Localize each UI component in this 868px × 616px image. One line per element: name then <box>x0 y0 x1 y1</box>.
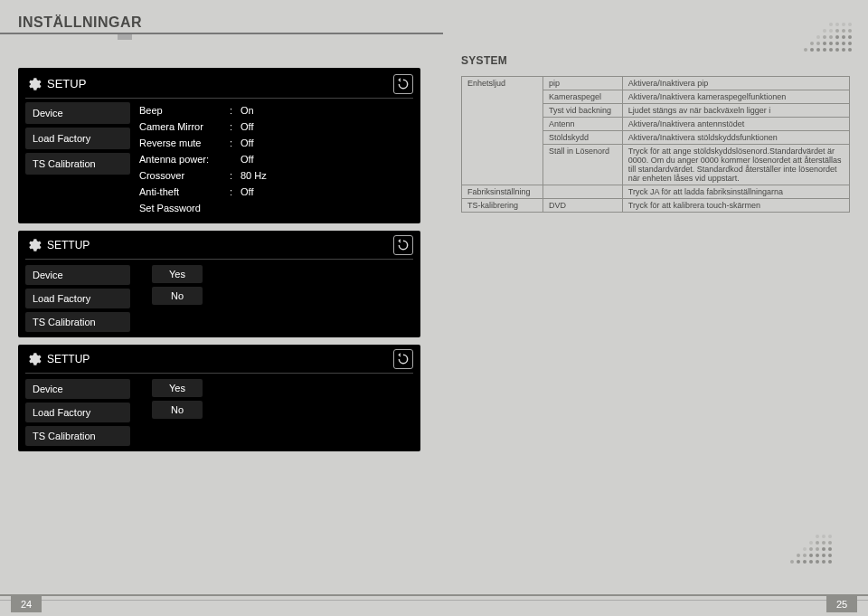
compact2-title: SETTUP <box>47 353 90 365</box>
cell <box>542 185 622 199</box>
cell-enhetsljud: Enhetsljud <box>462 77 543 185</box>
right-column: SYSTEM Enhetsljud pip Aktivera/Inaktiver… <box>461 54 850 213</box>
setting-camera-mirror[interactable]: Camera Mirror:Off <box>139 118 413 135</box>
cell: DVD <box>542 199 622 213</box>
setup-panel: SETUP Device Load Factory TS Calibration… <box>18 68 420 223</box>
compact-panel-2: SETTUP Device Load Factory TS Calibratio… <box>18 345 420 451</box>
left-column: SETUP Device Load Factory TS Calibration… <box>18 68 420 459</box>
sidebar-item-ts-calibration[interactable]: TS Calibration <box>25 426 130 446</box>
setting-antenna-power[interactable]: Antenna power:Off <box>139 151 413 167</box>
dot-decoration-bottom <box>790 535 832 566</box>
compact2-header: SETTUP <box>25 348 413 374</box>
gear-icon <box>25 237 42 253</box>
cell: Stöldskydd <box>542 131 622 145</box>
back-button[interactable] <box>393 349 413 369</box>
page-number-right: 25 <box>826 596 857 612</box>
yes-button[interactable]: Yes <box>152 379 203 397</box>
compact1-main: Yes No <box>130 263 413 332</box>
sidebar-item-load-factory[interactable]: Load Factory <box>25 289 130 308</box>
sidebar-item-device[interactable]: Device <box>25 102 130 124</box>
footer: 24 25 <box>0 592 868 616</box>
cell: Aktivera/Inaktivera antennstödet <box>622 118 849 131</box>
cell: Aktivera/Inaktivera pip <box>622 77 849 90</box>
sidebar-item-ts-calibration[interactable]: TS Calibration <box>25 153 130 175</box>
cell: TS-kalibrering <box>462 199 543 213</box>
sidebar-item-device[interactable]: Device <box>25 265 130 285</box>
table-row: TS-kalibrering DVD Tryck för att kalibre… <box>462 199 850 213</box>
compact2-sidebar: Device Load Factory TS Calibration <box>25 377 130 446</box>
cell: Kameraspegel <box>542 90 622 104</box>
system-table: Enhetsljud pip Aktivera/Inaktivera pip K… <box>461 76 850 213</box>
table-row: Enhetsljud pip Aktivera/Inaktivera pip <box>462 77 850 90</box>
cell: Aktivera/Inaktivera kameraspegelfunktion… <box>622 90 849 104</box>
no-button[interactable]: No <box>152 401 203 419</box>
setting-beep[interactable]: Beep:On <box>139 102 413 118</box>
cell: Tryck JA för att ladda fabriksinställnin… <box>622 185 849 199</box>
compact1-title: SETTUP <box>47 239 90 251</box>
cell: Tryck för att ange stöldskyddslösenord.S… <box>622 145 849 185</box>
sidebar-item-device[interactable]: Device <box>25 379 130 399</box>
compact1-sidebar: Device Load Factory TS Calibration <box>25 263 130 332</box>
setup-panel-title: SETUP <box>47 77 86 90</box>
setting-crossover[interactable]: Crossover:80 Hz <box>139 167 413 184</box>
sidebar-item-ts-calibration[interactable]: TS Calibration <box>25 312 130 332</box>
setup-sidebar: Device Load Factory TS Calibration <box>25 102 130 216</box>
page-number-left: 24 <box>11 596 42 612</box>
sidebar-item-load-factory[interactable]: Load Factory <box>25 128 130 149</box>
back-button[interactable] <box>393 235 413 255</box>
page-title: INSTÄLLNINGAR <box>18 14 142 31</box>
compact2-main: Yes No <box>130 377 413 446</box>
cell: Fabriksinställning <box>462 185 543 199</box>
cell: Ljudet stängs av när backväxeln ligger i <box>622 104 849 118</box>
table-row: Fabriksinställning Tryck JA för att ladd… <box>462 185 850 199</box>
setting-anti-theft[interactable]: Anti-theft:Off <box>139 184 413 200</box>
cell: Tyst vid backning <box>542 104 622 118</box>
compact1-header: SETTUP <box>25 234 413 260</box>
header-notch-decoration <box>118 34 132 40</box>
yes-button[interactable]: Yes <box>152 265 203 283</box>
compact-panel-1: SETTUP Device Load Factory TS Calibratio… <box>18 231 420 337</box>
dot-decoration-top <box>804 23 852 54</box>
header-underline <box>0 33 443 34</box>
cell: pip <box>542 77 622 90</box>
no-button[interactable]: No <box>152 287 203 305</box>
system-heading: SYSTEM <box>461 54 850 67</box>
cell: Antenn <box>542 118 622 131</box>
setup-main: Beep:On Camera Mirror:Off Reverse mute:O… <box>130 102 413 216</box>
setting-set-password[interactable]: Set Password <box>139 200 413 216</box>
setting-reverse-mute[interactable]: Reverse mute:Off <box>139 135 413 151</box>
back-button[interactable] <box>393 74 413 94</box>
sidebar-item-load-factory[interactable]: Load Factory <box>25 403 130 422</box>
cell: Aktivera/Inaktivera stöldskyddsfunktione… <box>622 131 849 145</box>
setup-panel-header: SETUP <box>25 73 413 99</box>
gear-icon <box>25 76 42 92</box>
cell: Tryck för att kalibrera touch-skärmen <box>622 199 849 213</box>
cell: Ställ in Lösenord <box>542 145 622 185</box>
gear-icon <box>25 351 42 367</box>
